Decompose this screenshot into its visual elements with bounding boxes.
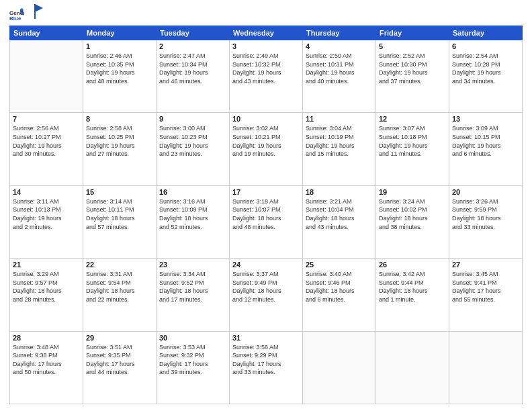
- day-number: 29: [86, 334, 153, 342]
- calendar-cell: 30Sunrise: 3:53 AM Sunset: 9:32 PM Dayli…: [157, 331, 230, 404]
- day-info: Sunrise: 2:50 AM Sunset: 10:31 PM Daylig…: [306, 52, 373, 85]
- day-number: 9: [159, 115, 226, 123]
- day-info: Sunrise: 3:40 AM Sunset: 9:46 PM Dayligh…: [306, 270, 373, 304]
- day-number: 4: [306, 42, 373, 50]
- day-number: 30: [159, 334, 226, 342]
- day-info: Sunrise: 3:56 AM Sunset: 9:29 PM Dayligh…: [232, 343, 300, 377]
- calendar-week-row: 1Sunrise: 2:46 AM Sunset: 10:35 PM Dayli…: [10, 40, 523, 113]
- day-info: Sunrise: 2:52 AM Sunset: 10:30 PM Daylig…: [379, 52, 446, 85]
- calendar-cell: 2Sunrise: 2:47 AM Sunset: 10:34 PM Dayli…: [157, 40, 230, 113]
- calendar-cell: 26Sunrise: 3:42 AM Sunset: 9:44 PM Dayli…: [376, 259, 449, 331]
- weekday-header-thursday: Thursday: [303, 26, 376, 40]
- day-info: Sunrise: 2:49 AM Sunset: 10:32 PM Daylig…: [232, 52, 300, 85]
- svg-rect-5: [34, 4, 36, 19]
- day-info: Sunrise: 2:56 AM Sunset: 10:27 PM Daylig…: [13, 124, 80, 158]
- calendar-cell: 6Sunrise: 2:54 AM Sunset: 10:28 PM Dayli…: [449, 40, 523, 113]
- day-number: 22: [86, 261, 153, 269]
- calendar-cell: 1Sunrise: 2:46 AM Sunset: 10:35 PM Dayli…: [83, 40, 157, 113]
- calendar-cell: 20Sunrise: 3:26 AM Sunset: 9:59 PM Dayli…: [449, 185, 523, 258]
- day-number: 8: [86, 115, 153, 123]
- calendar-cell: 7Sunrise: 2:56 AM Sunset: 10:27 PM Dayli…: [10, 113, 83, 185]
- day-number: 23: [159, 261, 226, 269]
- calendar-cell: 14Sunrise: 3:11 AM Sunset: 10:13 PM Dayl…: [10, 185, 83, 258]
- calendar-cell: 27Sunrise: 3:45 AM Sunset: 9:41 PM Dayli…: [449, 259, 523, 331]
- logo-flag-icon: [32, 4, 44, 19]
- day-number: 19: [379, 188, 446, 196]
- day-info: Sunrise: 3:26 AM Sunset: 9:59 PM Dayligh…: [452, 197, 519, 231]
- day-info: Sunrise: 3:24 AM Sunset: 10:02 PM Daylig…: [379, 197, 446, 231]
- day-number: 12: [379, 115, 446, 123]
- day-number: 16: [159, 188, 226, 196]
- calendar-cell: [376, 331, 449, 404]
- weekday-header-monday: Monday: [83, 26, 157, 40]
- day-info: Sunrise: 3:37 AM Sunset: 9:49 PM Dayligh…: [232, 270, 300, 304]
- calendar-cell: 25Sunrise: 3:40 AM Sunset: 9:46 PM Dayli…: [303, 259, 376, 331]
- day-info: Sunrise: 2:47 AM Sunset: 10:34 PM Daylig…: [159, 52, 226, 85]
- calendar-cell: 17Sunrise: 3:18 AM Sunset: 10:07 PM Dayl…: [230, 185, 303, 258]
- day-number: 25: [306, 261, 373, 269]
- calendar-week-row: 14Sunrise: 3:11 AM Sunset: 10:13 PM Dayl…: [10, 185, 523, 258]
- day-number: 31: [232, 334, 300, 342]
- weekday-header-wednesday: Wednesday: [230, 26, 303, 40]
- day-info: Sunrise: 2:58 AM Sunset: 10:25 PM Daylig…: [86, 124, 153, 158]
- calendar-cell: [303, 331, 376, 404]
- weekday-header-sunday: Sunday: [10, 26, 83, 40]
- weekday-header-saturday: Saturday: [449, 26, 523, 40]
- day-info: Sunrise: 3:31 AM Sunset: 9:54 PM Dayligh…: [86, 270, 153, 304]
- calendar-cell: [10, 40, 83, 113]
- calendar-cell: 24Sunrise: 3:37 AM Sunset: 9:49 PM Dayli…: [230, 259, 303, 331]
- day-number: 1: [86, 42, 153, 50]
- day-info: Sunrise: 3:04 AM Sunset: 10:19 PM Daylig…: [306, 124, 373, 158]
- calendar-cell: 5Sunrise: 2:52 AM Sunset: 10:30 PM Dayli…: [376, 40, 449, 113]
- day-info: Sunrise: 3:02 AM Sunset: 10:21 PM Daylig…: [232, 124, 300, 158]
- day-info: Sunrise: 3:11 AM Sunset: 10:13 PM Daylig…: [13, 197, 80, 231]
- calendar-cell: 16Sunrise: 3:16 AM Sunset: 10:09 PM Dayl…: [157, 185, 230, 258]
- calendar-cell: 11Sunrise: 3:04 AM Sunset: 10:19 PM Dayl…: [303, 113, 376, 185]
- day-number: 2: [159, 42, 226, 50]
- calendar-cell: 23Sunrise: 3:34 AM Sunset: 9:52 PM Dayli…: [157, 259, 230, 331]
- day-number: 28: [13, 334, 80, 342]
- day-info: Sunrise: 3:14 AM Sunset: 10:11 PM Daylig…: [86, 197, 153, 231]
- logo-icon: General Blue: [9, 7, 24, 21]
- day-info: Sunrise: 3:16 AM Sunset: 10:09 PM Daylig…: [159, 197, 226, 231]
- day-info: Sunrise: 3:07 AM Sunset: 10:18 PM Daylig…: [379, 124, 446, 158]
- calendar-table: SundayMondayTuesdayWednesdayThursdayFrid…: [9, 26, 523, 404]
- day-info: Sunrise: 3:48 AM Sunset: 9:38 PM Dayligh…: [13, 343, 80, 377]
- day-info: Sunrise: 2:54 AM Sunset: 10:28 PM Daylig…: [452, 52, 519, 85]
- day-number: 10: [232, 115, 300, 123]
- day-info: Sunrise: 3:00 AM Sunset: 10:23 PM Daylig…: [159, 124, 226, 158]
- day-number: 18: [306, 188, 373, 196]
- calendar-cell: 9Sunrise: 3:00 AM Sunset: 10:23 PM Dayli…: [157, 113, 230, 185]
- svg-marker-4: [35, 4, 43, 12]
- day-number: 11: [306, 115, 373, 123]
- calendar-cell: 29Sunrise: 3:51 AM Sunset: 9:35 PM Dayli…: [83, 331, 157, 404]
- day-number: 7: [13, 115, 80, 123]
- weekday-header-tuesday: Tuesday: [157, 26, 230, 40]
- calendar-cell: [449, 331, 523, 404]
- calendar-cell: 12Sunrise: 3:07 AM Sunset: 10:18 PM Dayl…: [376, 113, 449, 185]
- day-info: Sunrise: 3:18 AM Sunset: 10:07 PM Daylig…: [232, 197, 300, 231]
- calendar-cell: 10Sunrise: 3:02 AM Sunset: 10:21 PM Dayl…: [230, 113, 303, 185]
- calendar-cell: 28Sunrise: 3:48 AM Sunset: 9:38 PM Dayli…: [10, 331, 83, 404]
- day-info: Sunrise: 3:53 AM Sunset: 9:32 PM Dayligh…: [159, 343, 226, 377]
- day-info: Sunrise: 3:34 AM Sunset: 9:52 PM Dayligh…: [159, 270, 226, 304]
- day-number: 26: [379, 261, 446, 269]
- day-info: Sunrise: 3:21 AM Sunset: 10:04 PM Daylig…: [306, 197, 373, 231]
- calendar-week-row: 28Sunrise: 3:48 AM Sunset: 9:38 PM Dayli…: [10, 331, 523, 404]
- calendar-cell: 3Sunrise: 2:49 AM Sunset: 10:32 PM Dayli…: [230, 40, 303, 113]
- weekday-header-row: SundayMondayTuesdayWednesdayThursdayFrid…: [10, 26, 523, 40]
- calendar-cell: 21Sunrise: 3:29 AM Sunset: 9:57 PM Dayli…: [10, 259, 83, 331]
- day-info: Sunrise: 2:46 AM Sunset: 10:35 PM Daylig…: [86, 52, 153, 85]
- calendar-cell: 13Sunrise: 3:09 AM Sunset: 10:15 PM Dayl…: [449, 113, 523, 185]
- calendar-page: General Blue SundayMondayTuesdayWednesda…: [0, 0, 532, 411]
- day-number: 14: [13, 188, 80, 196]
- calendar-cell: 19Sunrise: 3:24 AM Sunset: 10:02 PM Dayl…: [376, 185, 449, 258]
- day-number: 24: [232, 261, 300, 269]
- day-info: Sunrise: 3:09 AM Sunset: 10:15 PM Daylig…: [452, 124, 519, 158]
- day-info: Sunrise: 3:29 AM Sunset: 9:57 PM Dayligh…: [13, 270, 80, 304]
- day-number: 20: [452, 188, 519, 196]
- day-number: 15: [86, 188, 153, 196]
- weekday-header-friday: Friday: [376, 26, 449, 40]
- calendar-week-row: 21Sunrise: 3:29 AM Sunset: 9:57 PM Dayli…: [10, 259, 523, 331]
- calendar-week-row: 7Sunrise: 2:56 AM Sunset: 10:27 PM Dayli…: [10, 113, 523, 185]
